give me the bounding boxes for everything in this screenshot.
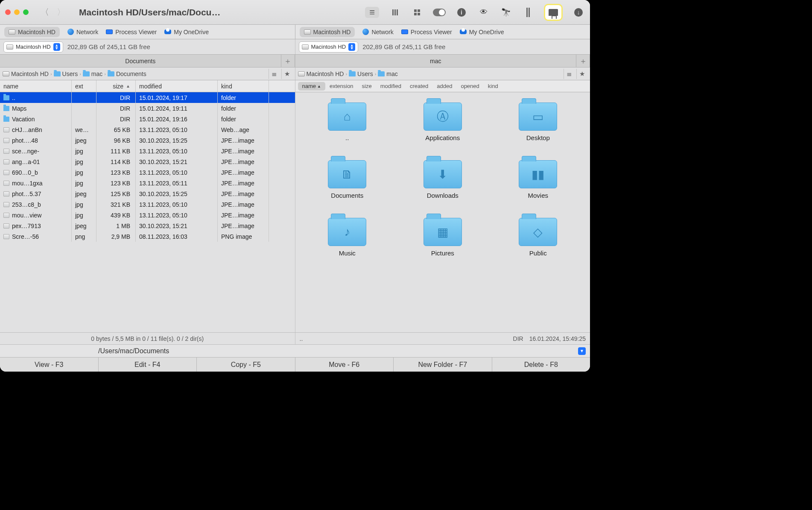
file-size: 96 KB (96, 135, 136, 146)
grid-item[interactable]: ♪Music (315, 218, 379, 257)
grid-item[interactable]: ▮▮Movies (506, 160, 570, 199)
grid-header-modified[interactable]: modified (376, 83, 406, 89)
grid-header-created[interactable]: created (406, 83, 432, 89)
table-row[interactable]: mou…viewjpg439 KB13.11.2023, 05:10JPE…im… (0, 210, 295, 220)
tab-right[interactable]: mac (295, 55, 577, 67)
grid-item[interactable]: ▦Pictures (411, 218, 475, 257)
tab-left[interactable]: Documents (0, 55, 281, 67)
favorite-item[interactable]: Process Viewer (106, 29, 157, 35)
folder-icon (349, 71, 356, 76)
view-grid-button[interactable] (411, 7, 424, 18)
toolbar: i ↓ (365, 4, 585, 21)
grid-item[interactable]: ⬇Downloads (411, 160, 475, 199)
favorite-toggle-left[interactable]: ★ (281, 69, 292, 79)
left-table-body: ..DIR15.01.2024, 19:17folderMapsDIR15.01… (0, 92, 295, 332)
info-button[interactable]: i (455, 7, 468, 18)
file-ext: jpg (72, 210, 96, 220)
table-row[interactable]: 253…c8_bjpg321 KB13.11.2023, 05:10JPE…im… (0, 199, 295, 210)
grid-item[interactable]: ◇Public (506, 218, 570, 257)
breadcrumb-row: Macintosh HD›Users›mac›Documents ≣ ★ Mac… (0, 67, 590, 80)
grid-item[interactable]: ⌂.. (315, 103, 379, 141)
table-row[interactable]: MapsDIR15.01.2024, 19:11folder (0, 103, 295, 114)
table-row[interactable]: ..DIR15.01.2024, 19:17folder (0, 92, 295, 103)
breadcrumb-item[interactable]: mac (378, 70, 397, 77)
download-button[interactable]: ↓ (572, 7, 585, 18)
favorite-label: Network (371, 29, 393, 35)
col-size[interactable]: size▲ (96, 80, 136, 92)
breadcrumb-item[interactable]: Macintosh HD (298, 70, 344, 77)
forward-button[interactable]: 〉 (57, 6, 65, 18)
back-button[interactable]: 〈 (41, 6, 49, 18)
nav-arrows: 〈 〉 (41, 6, 65, 18)
file-name: cHJ…anBn (12, 126, 42, 133)
drive-select-left[interactable]: Macintosh HD ▲▼ (3, 41, 63, 53)
favorite-toggle-right[interactable]: ★ (576, 69, 587, 79)
file-kind: JPE…image (218, 220, 269, 231)
col-modified[interactable]: modified (136, 80, 218, 92)
table-row[interactable]: sce…nge-jpg111 KB13.11.2023, 05:10JPE…im… (0, 146, 295, 156)
view-columns-button[interactable] (388, 7, 401, 18)
path-dropdown[interactable]: ▼ (578, 347, 586, 355)
grid-header-kind[interactable]: kind (484, 83, 502, 89)
breadcrumb-label: mac (386, 70, 397, 77)
grid-header-added[interactable]: added (432, 83, 456, 89)
file-modified: 30.10.2023, 15:21 (136, 220, 218, 231)
breadcrumb-item[interactable]: Users (54, 70, 78, 77)
col-kind[interactable]: kind (218, 80, 269, 92)
file-kind: JPE…image (218, 146, 269, 156)
favorite-item[interactable]: Network (362, 29, 393, 35)
table-row[interactable]: phot….48jpeg96 KB30.10.2023, 15:25JPE…im… (0, 135, 295, 146)
grid-header-opened[interactable]: opened (456, 83, 483, 89)
close-window-button[interactable] (5, 9, 11, 15)
file-modified: 08.11.2023, 16:03 (136, 231, 218, 242)
table-row[interactable]: ang…a-01jpg114 KB30.10.2023, 15:21JPE…im… (0, 156, 295, 167)
folder-icon: ▦ (424, 218, 462, 246)
zoom-window-button[interactable] (23, 9, 29, 15)
fn-button[interactable]: Edit - F4 (99, 358, 197, 372)
view-toggle-left[interactable]: ≣ (269, 69, 280, 79)
col-name[interactable]: name (0, 80, 72, 92)
table-row[interactable]: phot…5.37jpeg125 KB30.10.2023, 15:25JPE…… (0, 188, 295, 199)
add-tab-left[interactable]: ＋ (281, 55, 295, 67)
breadcrumb-item[interactable]: Users (349, 70, 373, 77)
minimize-window-button[interactable] (14, 9, 20, 15)
favorite-item[interactable]: Network (67, 29, 98, 35)
grid-item[interactable]: ⒶApplications (411, 103, 475, 141)
monitor-icon (401, 29, 408, 34)
connect-server-button[interactable] (544, 4, 563, 21)
table-row[interactable]: mou…1gxajpg123 KB13.11.2023, 05:11JPE…im… (0, 178, 295, 188)
breadcrumb-item[interactable]: Documents (108, 70, 146, 77)
add-tab-right[interactable]: ＋ (576, 55, 590, 67)
fn-button[interactable]: Copy - F5 (197, 358, 295, 372)
favorite-item[interactable]: My OneDrive (460, 29, 504, 35)
grid-header-size[interactable]: size (358, 83, 376, 89)
table-row[interactable]: pex…7913jpeg1 MB30.10.2023, 15:21JPE…ima… (0, 220, 295, 231)
grid-header-name[interactable]: name ▲ (298, 82, 325, 91)
grid-item[interactable]: 🗎Documents (315, 160, 379, 199)
view-list-button[interactable] (365, 7, 379, 18)
col-ext[interactable]: ext (72, 80, 96, 92)
table-row[interactable]: cHJ…anBnwe…65 KB13.11.2023, 05:10Web…age (0, 124, 295, 135)
breadcrumb-item[interactable]: mac (83, 70, 102, 77)
compress-button[interactable] (522, 7, 535, 18)
fn-button[interactable]: View - F3 (0, 358, 99, 372)
favorite-item[interactable]: Macintosh HD (300, 27, 355, 37)
favorite-item[interactable]: Process Viewer (401, 29, 452, 35)
drive-select-right[interactable]: Macintosh HD ▲▼ (299, 41, 359, 53)
fn-button[interactable]: Move - F6 (295, 358, 394, 372)
server-folder-icon (549, 9, 558, 16)
hidden-toggle[interactable] (433, 7, 446, 18)
table-row[interactable]: VacationDIR15.01.2024, 19:16folder (0, 114, 295, 124)
favorite-item[interactable]: My OneDrive (164, 29, 209, 35)
breadcrumb-item[interactable]: Macintosh HD (3, 70, 49, 77)
view-toggle-right[interactable]: ≣ (564, 69, 575, 79)
table-row[interactable]: 690…0_bjpg123 KB13.11.2023, 05:10JPE…ima… (0, 167, 295, 178)
fn-button[interactable]: Delete - F8 (492, 358, 590, 372)
search-button[interactable] (499, 7, 512, 18)
grid-header-extension[interactable]: extension (325, 83, 358, 89)
quicklook-button[interactable] (477, 7, 490, 18)
fn-button[interactable]: New Folder - F7 (394, 358, 492, 372)
grid-item[interactable]: ▭Desktop (506, 103, 570, 141)
table-row[interactable]: Scre…-56png2,9 MB08.11.2023, 16:03PNG im… (0, 231, 295, 242)
favorite-item[interactable]: Macintosh HD (4, 27, 60, 37)
